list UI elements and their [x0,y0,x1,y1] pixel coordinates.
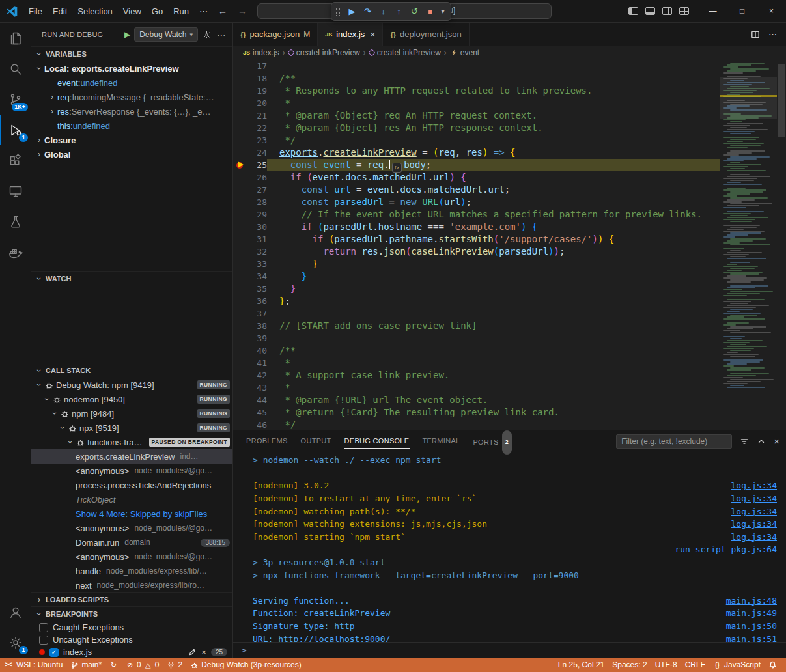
code-line[interactable]: 22 * @param {Object} res An HTTP respons… [233,122,720,134]
debug-session-row[interactable]: ›npx [9519]RUNNING [31,421,232,435]
console-source-link[interactable]: main.js:48 [726,596,777,606]
console-source-link[interactable]: main.js:49 [726,608,777,618]
code-line[interactable]: 27 const url = event.docs.matchedUrl.url… [233,184,720,196]
debug-session-row[interactable]: ›npm [9484]RUNNING [31,406,232,421]
breakpoint-gutter[interactable] [233,382,247,394]
tab-close-icon[interactable]: × [370,29,375,40]
variable-row[interactable]: ›event: undefined [31,76,232,90]
scope-row[interactable]: ›Closure [31,133,232,147]
close-button[interactable]: × [757,0,786,23]
code-line[interactable]: 18/** [233,72,720,85]
menu-run[interactable]: Run [168,0,194,23]
panel-close-icon[interactable]: × [774,436,779,447]
continue-button[interactable]: ▶ [344,4,359,20]
code-line[interactable]: 40/** [233,344,720,357]
breakpoint-gutter[interactable] [233,295,247,307]
pencil-icon[interactable] [188,648,197,656]
status-indentation[interactable]: Spaces: 2 [608,658,651,672]
stop-button[interactable]: ■ [423,4,438,20]
call-stack-frame[interactable]: <anonymous>node_modules/@go… [31,521,232,535]
menu-selection[interactable]: Selection [72,0,117,23]
breakpoint-gutter[interactable] [233,270,247,283]
call-stack-frame[interactable]: Domain.rundomain388:15 [31,535,232,550]
activity-source-control[interactable]: 1K+ [0,84,31,115]
console-source-link[interactable]: log.js:34 [731,519,777,529]
editor-more-actions-icon[interactable]: ⋯ [768,29,777,39]
code-line[interactable]: 21 * @param {Object} req An HTTP request… [233,109,720,122]
debug-configuration-dropdown[interactable]: Debug Watch ▾ [134,27,198,42]
maximize-button[interactable]: □ [727,0,757,23]
call-stack-frame[interactable]: <anonymous>node_modules/@go… [31,464,232,478]
more-actions-icon[interactable]: ⋯ [216,29,227,40]
breakpoint-gutter[interactable] [233,344,247,357]
activity-testing[interactable] [0,206,31,237]
breakpoint-gutter[interactable] [233,258,247,270]
code-line[interactable]: 28 const parsedUrl = new URL(url); [233,196,720,208]
call-stack-frame[interactable]: <anonymous>node_modules/@go… [31,550,232,564]
status-notifications[interactable] [765,658,781,672]
variable-row[interactable]: ›req: IncomingMessage {_readableState:… [31,90,232,104]
minimize-button[interactable]: — [698,0,727,23]
code-line[interactable]: 19 * Responds to any HTTP request relate… [233,85,720,97]
panel-tab-debug-console[interactable]: DEBUG CONSOLE [338,430,416,452]
breakpoint-gutter[interactable] [233,109,247,122]
restart-button[interactable]: ↺ [407,4,422,20]
breadcrumb-item[interactable]: createLinkPreview [369,48,441,57]
code-line[interactable]: 34 } [233,270,720,283]
debug-session-row[interactable]: ›functions-fra…PAUSED ON BREAKPOINT [31,435,232,449]
forward-button[interactable]: → [238,6,247,16]
breakpoint-gutter[interactable] [233,184,247,196]
menu-file[interactable]: File [23,0,48,23]
activity-accounts[interactable] [0,596,31,627]
debug-session-row[interactable]: ›Debug Watch: npm [9419]RUNNING [31,378,232,392]
status-cursor-position[interactable]: Ln 25, Col 21 [554,658,608,672]
panel-tab-terminal[interactable]: TERMINAL [415,430,466,452]
breakpoint-gutter[interactable] [233,394,247,406]
console-filter-input[interactable] [616,434,732,449]
step-over-button[interactable]: ↷ [360,4,375,20]
code-line[interactable]: 37 [233,307,720,320]
breakpoint-gutter[interactable] [233,233,247,245]
code-line[interactable]: 44 * @param {!URL} url The event object. [233,394,720,406]
activity-search[interactable] [0,53,31,84]
code-line[interactable]: 46 */ [233,419,720,430]
status-branch[interactable]: main* [66,658,105,672]
menu-go[interactable]: Go [147,0,168,23]
code-line[interactable]: 32 return res.json(caseLinkPreview(parse… [233,245,720,258]
call-stack-frame[interactable]: nextnode_modules/express/lib/ro… [31,578,232,592]
debug-session-row[interactable]: ›nodemon [9450]RUNNING [31,392,232,406]
menu-overflow[interactable]: ⋯ [194,0,213,23]
console-source-link[interactable]: main.js:51 [726,634,777,642]
section-header-call-stack[interactable]: › CALL STACK [31,363,232,378]
drag-grip-icon[interactable] [335,7,341,16]
scope-row[interactable]: ›Local: exports.createLinkPreview [31,61,232,76]
breakpoint-gutter[interactable] [233,245,247,258]
scope-row[interactable]: ›Global [31,147,232,161]
breakpoint-gutter[interactable] [233,60,247,72]
breadcrumb-item[interactable]: JSindex.js [243,48,279,57]
breakpoint-gutter[interactable] [233,419,247,430]
variable-row[interactable]: ›this: undefined [31,119,232,133]
tab-deployment.json[interactable]: {}deployment.json [383,23,469,46]
start-debug-icon[interactable]: ▶ [124,30,130,39]
variable-row[interactable]: ›res: ServerResponse {_events: {…}, _e… [31,104,232,119]
call-stack-frame[interactable]: process.processTicksAndRejections [31,478,232,492]
code-line[interactable]: 25 const event = req.▷body; [233,159,720,171]
breakpoint-gutter[interactable] [233,85,247,97]
code-line[interactable]: 39 [233,332,720,344]
code-line[interactable]: 17 [233,60,720,72]
console-source-link[interactable]: run-script-pkg.js:64 [675,544,777,554]
filter-icon[interactable] [740,437,749,446]
breakpoint-gutter[interactable] [233,72,247,85]
section-header-watch[interactable]: › WATCH [31,272,232,286]
section-header-breakpoints[interactable]: › BREAKPOINTS [31,607,232,621]
status-sync[interactable]: ↻ [105,658,122,672]
breakpoint-gutter[interactable] [233,208,247,221]
code-line[interactable]: 45 * @return {!Card} The resulting previ… [233,406,720,419]
console-source-link[interactable]: log.js:34 [731,507,777,516]
editor-scrollbar[interactable] [777,60,786,430]
customize-layout-icon[interactable] [679,7,689,15]
back-button[interactable]: ← [218,6,227,16]
breakpoint-row[interactable]: Uncaught Exceptions [31,634,232,646]
status-problems[interactable]: ⊘0△0 [122,658,163,672]
